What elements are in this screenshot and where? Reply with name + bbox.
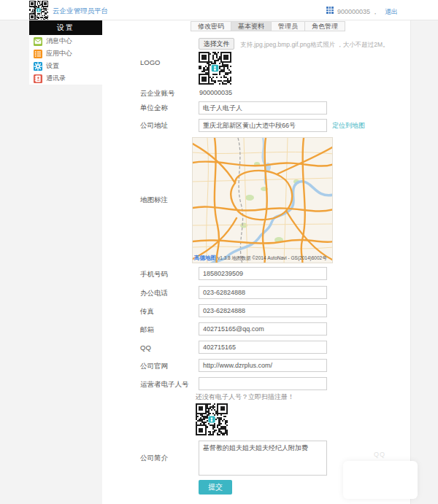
- email-label: 邮箱: [140, 325, 154, 335]
- qq-input[interactable]: [199, 341, 327, 354]
- upload-hint: 支持.jpg.jpeg.bmp.gif.png格式照片 ，大小不超过2M。: [240, 41, 389, 50]
- mobile-input[interactable]: [199, 267, 327, 280]
- address-input[interactable]: [199, 119, 327, 132]
- company-intro-textarea[interactable]: 基督教的姐夫姐夫姐夫经纪人附加费: [199, 441, 327, 476]
- map-image: [193, 138, 333, 263]
- sidebar-item-message-center[interactable]: 消息中心: [29, 35, 102, 47]
- qq-watermark: QQ: [374, 451, 385, 458]
- map-canvas[interactable]: 高德地图v1.3.8 地图数据 ©2014 AutoNavi - GS(2014…: [192, 137, 333, 263]
- register-note: 还没有电子人号？立即扫描注册！: [196, 392, 294, 402]
- company-name-input[interactable]: [199, 101, 327, 115]
- gear-icon: [34, 62, 42, 71]
- company-qr-logo: [29, 1, 48, 20]
- choose-file-button[interactable]: 选择文件: [199, 38, 234, 50]
- map-annotation-label: 地图标注: [140, 195, 168, 205]
- envelope-icon: [34, 37, 42, 46]
- map-copyright: v1.3.8 地图数据 ©2014 AutoNavi - GS(2014)600…: [218, 255, 327, 260]
- company-name-label: 单位全称: [140, 104, 168, 113]
- mobile-label: 手机号码: [140, 270, 168, 279]
- page: 云企业管理员平台 900000035 ， 退出 设置 消息中心 应用中心 设置: [0, 0, 438, 504]
- app-title: 云企业管理员平台: [53, 7, 108, 16]
- company-qr-image: [199, 52, 231, 85]
- logout-link[interactable]: 退出: [385, 7, 398, 17]
- tab-role-management[interactable]: 角色管理: [304, 21, 345, 31]
- operator-id-input[interactable]: [199, 377, 327, 390]
- fax-label: 传真: [140, 307, 154, 317]
- website-label: 公司官网: [140, 362, 168, 371]
- top-header: 云企业管理员平台 900000035 ， 退出: [0, 0, 438, 20]
- contacts-icon: [34, 74, 42, 83]
- cloud-account-label: 云企业账号: [140, 89, 175, 98]
- qq-label: QQ: [140, 344, 151, 352]
- amap-logo: 高德地图: [194, 255, 216, 261]
- office-phone-label: 办公电话: [140, 289, 168, 298]
- account-number: 900000035 ，: [337, 7, 379, 17]
- map-attribution: 高德地图v1.3.8 地图数据 ©2014 AutoNavi - GS(2014…: [194, 255, 327, 262]
- cloud-account-value: 900000035: [199, 89, 232, 96]
- sidebar-item-app-center[interactable]: 应用中心: [29, 47, 102, 60]
- sidebar-item-settings[interactable]: 设置: [29, 60, 102, 72]
- list-icon: [34, 50, 42, 58]
- sidebar-item-label: 应用中心: [46, 49, 72, 58]
- address-label: 公司地址: [140, 121, 168, 131]
- sidebar-item-label: 消息中心: [46, 36, 72, 46]
- office-phone-input[interactable]: [199, 286, 327, 299]
- tab-admins[interactable]: 管理员: [271, 21, 305, 31]
- tab-bar: 修改密码 基本资料 管理员 角色管理: [191, 21, 345, 31]
- website-input[interactable]: [199, 359, 327, 372]
- tab-change-password[interactable]: 修改密码: [191, 21, 231, 31]
- apps-grid-icon[interactable]: [326, 7, 334, 14]
- tab-basic-info[interactable]: 基本资料: [231, 21, 272, 31]
- logo-label: LOGO: [140, 58, 160, 66]
- company-intro-label: 公司简介: [140, 454, 168, 463]
- register-qr-image: [196, 403, 228, 435]
- sidebar-item-contacts[interactable]: 通讯录: [29, 72, 102, 85]
- email-input[interactable]: [199, 322, 327, 336]
- fax-input[interactable]: [199, 304, 327, 317]
- operator-id-label: 运营者电子人号: [140, 380, 189, 389]
- sidebar-item-label: 设置: [46, 61, 59, 71]
- sidebar-item-label: 通讯录: [46, 74, 66, 83]
- submit-button[interactable]: 提交: [199, 480, 232, 495]
- chat-widget[interactable]: [343, 461, 418, 499]
- sidebar-menu: 消息中心 应用中心 设置 通讯录: [29, 35, 102, 85]
- sidebar-title: 设置: [29, 20, 102, 35]
- locate-on-map-link[interactable]: 定位到地图: [332, 121, 365, 131]
